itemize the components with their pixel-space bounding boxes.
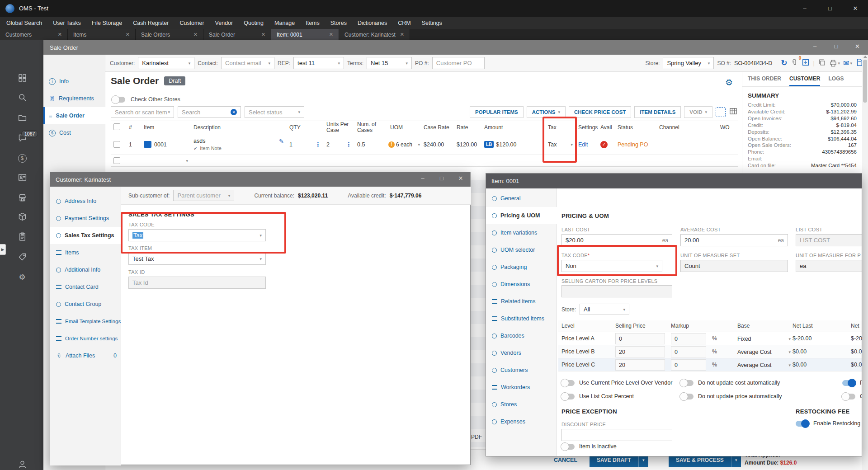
nav-substituted-items[interactable]: Substituted items bbox=[486, 310, 557, 327]
list-cost-input[interactable]: LIST COST bbox=[796, 234, 862, 246]
order-table-row[interactable]: 1 0001 asds✎ ✓Item Note 1 2 0.5 !6 each … bbox=[111, 134, 738, 155]
tab-close-icon[interactable]: ✕ bbox=[193, 32, 198, 38]
last-cost-input[interactable]: $20.00ea bbox=[561, 234, 672, 246]
order-settings-gear-icon[interactable]: ⚙ bbox=[725, 77, 733, 88]
price-level-row[interactable]: Price Level B 20 0 % Average Cost $0.00 … bbox=[558, 345, 862, 358]
use-current-price-toggle[interactable] bbox=[561, 380, 575, 386]
parent-customer-select[interactable]: Parent customer bbox=[173, 190, 234, 201]
base-select[interactable]: Average Cost bbox=[737, 346, 791, 357]
maximize-icon[interactable]: □ bbox=[817, 0, 843, 17]
tax-item-select[interactable]: Test Tax bbox=[128, 253, 266, 265]
clear-search-icon[interactable]: ✕ bbox=[231, 109, 237, 115]
nav-address-info[interactable]: Address Info bbox=[50, 193, 121, 210]
menu-items[interactable]: Items bbox=[306, 20, 320, 26]
email-icon[interactable]: ✉ bbox=[843, 59, 852, 67]
discount-price-input[interactable] bbox=[561, 429, 672, 441]
void-button[interactable]: VOID bbox=[684, 106, 712, 118]
menu-global-search[interactable]: Global Search bbox=[6, 20, 42, 26]
check-price-cost-button[interactable]: CHECK PRICE COST bbox=[569, 106, 631, 118]
sync-icon[interactable]: ↻ bbox=[781, 58, 787, 68]
availability-icon[interactable]: ✓ bbox=[600, 141, 608, 148]
price-level-row[interactable]: Price Level A 0 0 % Fixed $-20.00 $-20.0… bbox=[558, 332, 862, 345]
store-select[interactable]: Spring Valley bbox=[663, 57, 714, 69]
terms-select[interactable]: Net 15 bbox=[367, 57, 412, 69]
menu-dictionaries[interactable]: Dictionaries bbox=[358, 20, 387, 26]
scroll-up-arrow[interactable] bbox=[863, 56, 867, 58]
download-icon[interactable] bbox=[802, 58, 810, 68]
selling-price-cell[interactable]: 0 bbox=[615, 333, 665, 344]
tab-close-icon[interactable]: ✕ bbox=[261, 32, 265, 38]
popular-items-button[interactable]: POPULAR ITEMS bbox=[470, 106, 524, 118]
tax-id-input[interactable]: Tax Id bbox=[128, 277, 266, 289]
print-icon[interactable] bbox=[829, 59, 840, 67]
minimize-icon[interactable]: – bbox=[792, 0, 817, 17]
menu-customer[interactable]: Customer bbox=[179, 20, 204, 26]
chevron-down-icon[interactable] bbox=[186, 159, 188, 163]
nav-stores[interactable]: Stores bbox=[486, 396, 557, 413]
enable-restocking-toggle[interactable] bbox=[796, 421, 809, 427]
cell-units-per-case[interactable]: 2 bbox=[324, 141, 354, 148]
close-icon[interactable]: ✕ bbox=[451, 171, 470, 186]
nav-expenses[interactable]: Expenses bbox=[486, 413, 557, 430]
menu-file-storage[interactable]: File Storage bbox=[92, 20, 122, 26]
menu-vendor[interactable]: Vendor bbox=[215, 20, 233, 26]
price-level-row[interactable]: Price Level C 20 0 % Average Cost $0.00 … bbox=[558, 358, 862, 371]
row-checkbox[interactable] bbox=[113, 141, 120, 148]
tab-customer[interactable]: CUSTOMER bbox=[789, 72, 820, 86]
nav-items[interactable]: Items bbox=[50, 244, 121, 261]
status-filter-select[interactable]: Select status bbox=[245, 106, 304, 118]
tab-close-icon[interactable]: ✕ bbox=[400, 32, 404, 38]
item-image-icon[interactable] bbox=[144, 141, 151, 148]
tab-close-icon[interactable]: ✕ bbox=[126, 32, 130, 38]
cell-uom[interactable]: !6 each bbox=[387, 141, 421, 148]
nav-workorders[interactable]: Workorders bbox=[486, 379, 557, 396]
dashboard-icon[interactable] bbox=[17, 73, 27, 83]
markup-cell[interactable]: 0 bbox=[671, 346, 706, 357]
selling-price-cell[interactable]: 20 bbox=[615, 359, 665, 371]
close-icon[interactable]: ✕ bbox=[847, 39, 868, 54]
user-icon[interactable] bbox=[17, 459, 27, 469]
scrollbar-thumb[interactable] bbox=[863, 60, 867, 103]
clipped-toggle-off[interactable] bbox=[842, 394, 855, 400]
uom-set-value-field[interactable]: Count bbox=[680, 260, 788, 272]
nav-pricing-uom[interactable]: Pricing & UOM bbox=[486, 207, 557, 224]
uom-for-price-field[interactable]: ea bbox=[796, 260, 862, 272]
base-select[interactable]: Average Cost bbox=[737, 359, 791, 371]
search-input[interactable]: Search✕ bbox=[178, 106, 241, 118]
row-checkbox[interactable] bbox=[113, 157, 120, 164]
table-view-icon[interactable] bbox=[729, 107, 738, 118]
new-item-row[interactable] bbox=[111, 155, 738, 167]
nav-email-template-settings[interactable]: Email Template Settings bbox=[50, 313, 121, 330]
settings-gear-icon[interactable]: ⚙ bbox=[17, 272, 27, 282]
tab-item-0001[interactable]: Item: 0001✕ bbox=[271, 29, 339, 40]
menu-quoting[interactable]: Quoting bbox=[244, 20, 264, 26]
folder-icon[interactable] bbox=[17, 113, 27, 122]
menu-manage[interactable]: Manage bbox=[274, 20, 295, 26]
vertical-scrollbar[interactable] bbox=[862, 55, 868, 470]
actions-button[interactable]: ACTIONS bbox=[527, 106, 566, 118]
clipboard-icon[interactable] bbox=[17, 231, 27, 241]
item-tax-code-select[interactable]: Non bbox=[561, 260, 662, 272]
panel-expander[interactable]: ▶ bbox=[0, 244, 6, 255]
nav-sale-order[interactable]: ≡Sale Order bbox=[43, 107, 105, 124]
selling-carton-field[interactable] bbox=[561, 285, 672, 297]
more-options-icon[interactable] bbox=[346, 141, 352, 148]
markup-cell[interactable]: 0 bbox=[671, 333, 706, 344]
minimize-icon[interactable]: – bbox=[413, 171, 432, 186]
money-icon[interactable]: $ bbox=[17, 153, 27, 163]
attachment-icon[interactable]: 0 bbox=[790, 58, 798, 68]
markup-cell[interactable]: 0 bbox=[671, 359, 706, 371]
tab-sale-order[interactable]: Sale Order✕ bbox=[203, 29, 271, 40]
no-update-price-toggle[interactable] bbox=[680, 394, 693, 400]
menu-crm[interactable]: CRM bbox=[398, 20, 410, 26]
nav-cost[interactable]: $Cost bbox=[43, 124, 105, 141]
tab-customers[interactable]: Customers✕ bbox=[0, 29, 68, 40]
nav-packaging[interactable]: Packaging bbox=[486, 258, 557, 276]
nav-info[interactable]: iInfo bbox=[43, 73, 105, 90]
menu-settings[interactable]: Settings bbox=[422, 20, 442, 26]
clipped-toggle-on[interactable] bbox=[842, 380, 855, 386]
tab-close-icon[interactable]: ✕ bbox=[329, 32, 333, 38]
tab-logs[interactable]: LOGS bbox=[828, 72, 844, 86]
menu-cash-register[interactable]: Cash Register bbox=[133, 20, 169, 26]
package-icon[interactable] bbox=[17, 212, 27, 221]
